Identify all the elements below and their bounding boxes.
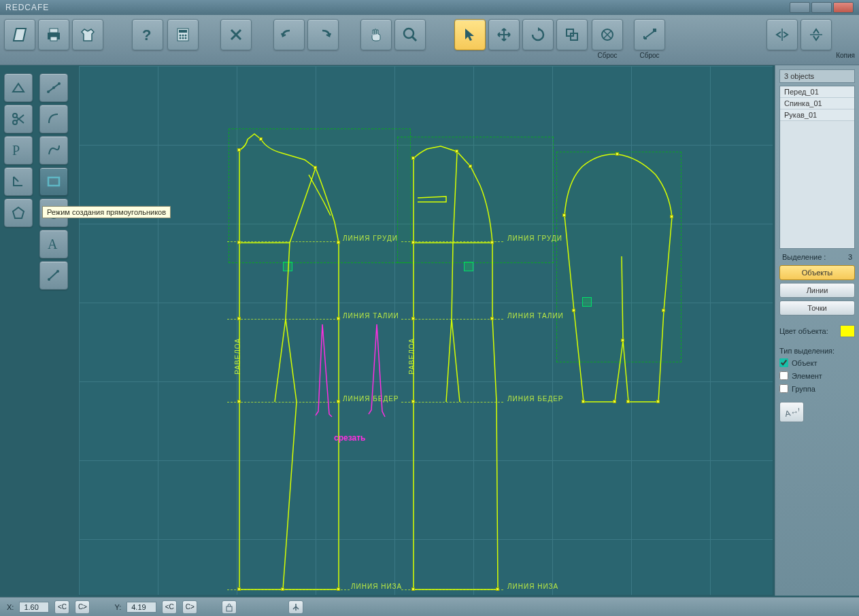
svg-point-7	[182, 35, 184, 37]
reset-1-label: Сброс	[597, 52, 617, 59]
minimize-button[interactable]	[790, 2, 810, 13]
svg-point-26	[48, 278, 50, 281]
scale-button[interactable]	[556, 19, 588, 50]
titlebar: REDCAFE	[0, 0, 859, 15]
svg-point-27	[56, 270, 59, 273]
reset-2-label: Сброс	[639, 52, 659, 59]
triangle-tool[interactable]	[4, 73, 33, 102]
seltype-element[interactable]: Элемент	[779, 371, 855, 381]
svg-text:?: ?	[142, 27, 151, 43]
objects-list[interactable]: Перед_01 Спинка_01 Рукав_01	[779, 86, 855, 249]
seltype-label: Тип выделения:	[779, 347, 855, 355]
y-value: 4.19	[127, 602, 156, 613]
maximize-button[interactable]	[811, 2, 832, 13]
arc-tool[interactable]	[39, 105, 68, 133]
svg-point-8	[185, 35, 187, 37]
tooltip: Режим создания прямоугольников	[42, 206, 171, 218]
selection-count-row: Выделение : 3	[779, 252, 855, 262]
objects-button[interactable]: Объекты	[779, 265, 855, 280]
svg-point-12	[404, 29, 414, 38]
seltype-group[interactable]: Группа	[779, 383, 855, 394]
x-value: 1.60	[19, 602, 49, 613]
scissors-tool[interactable]	[4, 105, 33, 133]
delete-button[interactable]	[220, 19, 252, 50]
svg-point-6	[180, 35, 182, 37]
canvas[interactable]: ЛИНИЯ ГРУДИ ЛИНИЯ ГРУДИ ЛИНИЯ ТАЛИИ ЛИНИ…	[78, 65, 773, 596]
help-button[interactable]: ?	[132, 19, 163, 50]
mirror-v-button[interactable]	[767, 19, 798, 50]
lock-button[interactable]	[222, 600, 237, 614]
shape-tool[interactable]	[4, 199, 33, 227]
y-label: Y:	[114, 603, 121, 611]
calculator-button[interactable]	[167, 19, 199, 50]
cut-label: срезать	[334, 433, 365, 443]
statusbar: X: 1.60 <C C> Y: 4.19 <C C>	[0, 597, 859, 616]
svg-point-17	[47, 90, 50, 93]
x-next-button[interactable]: C>	[75, 600, 90, 614]
close-button[interactable]	[833, 2, 854, 13]
main-toolbar: ?	[0, 15, 859, 65]
list-item[interactable]: Спинка_01	[780, 98, 854, 109]
color-swatch[interactable]	[840, 325, 855, 337]
new-button[interactable]	[4, 19, 35, 50]
redo-button[interactable]	[307, 19, 339, 50]
list-item[interactable]: Рукав_01	[780, 109, 854, 121]
svg-rect-1	[50, 29, 58, 33]
svg-point-18	[52, 86, 55, 89]
app-title: REDCAFE	[5, 3, 49, 12]
x-label: X:	[7, 603, 14, 611]
seltype-object[interactable]: Объект	[779, 358, 855, 368]
list-item[interactable]: Перед_01	[780, 86, 854, 98]
rename-button[interactable]: A↔B	[779, 402, 804, 422]
mirror-h-button[interactable]	[801, 19, 832, 50]
svg-rect-5	[179, 30, 187, 33]
tool-palette: P A	[0, 65, 75, 298]
object-color-row: Цвет объекта:	[779, 324, 855, 339]
undo-button[interactable]	[273, 19, 305, 50]
svg-text:P: P	[12, 143, 20, 158]
y-next-button[interactable]: C>	[182, 600, 197, 614]
svg-rect-2	[50, 37, 57, 41]
x-prev-button[interactable]: <C	[54, 600, 69, 614]
lines-button[interactable]: Линии	[779, 283, 855, 298]
y-prev-button[interactable]: <C	[162, 600, 177, 614]
move-button[interactable]	[488, 19, 520, 50]
svg-rect-16	[653, 29, 656, 32]
shirt-button[interactable]	[72, 19, 103, 50]
snap-button[interactable]	[288, 600, 303, 614]
window-controls	[790, 2, 854, 13]
object-panel: 3 objects Перед_01 Спинка_01 Рукав_01 Вы…	[775, 65, 859, 596]
svg-point-11	[185, 37, 187, 39]
segment-tool[interactable]	[39, 261, 68, 290]
svg-point-9	[180, 37, 182, 39]
svg-text:A↔B: A↔B	[784, 406, 799, 418]
svg-rect-23	[48, 177, 59, 186]
corner-tool[interactable]	[4, 167, 33, 196]
text-tool[interactable]: A	[39, 230, 68, 258]
points-button[interactable]: Точки	[779, 301, 855, 315]
curve-tool[interactable]	[39, 136, 68, 165]
rotate-button[interactable]	[522, 19, 554, 50]
rectangle-tool[interactable]	[39, 167, 68, 196]
zoom-button[interactable]	[394, 19, 426, 50]
svg-point-10	[182, 37, 184, 39]
select-button[interactable]	[454, 19, 486, 50]
print-button[interactable]	[38, 19, 69, 50]
svg-point-19	[58, 82, 61, 85]
reset-1-button[interactable]	[592, 19, 623, 50]
svg-rect-29	[226, 606, 232, 611]
objects-header: 3 objects	[779, 69, 855, 83]
line-tool[interactable]	[39, 73, 68, 102]
copy-label: Копия	[836, 52, 855, 59]
pan-button[interactable]	[360, 19, 392, 50]
reset-2-button[interactable]	[634, 19, 665, 50]
pattern-drawing	[79, 66, 773, 595]
point-tool[interactable]: P	[4, 136, 33, 165]
svg-text:A: A	[48, 237, 58, 252]
